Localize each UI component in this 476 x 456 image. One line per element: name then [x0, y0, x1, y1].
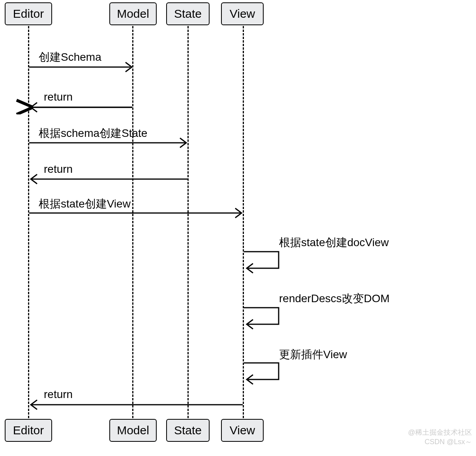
participant-editor-top: Editor: [5, 2, 52, 25]
msg-create-state: 根据schema创建State: [39, 126, 147, 141]
watermark-line2: CSDN @Lsx～: [425, 437, 472, 447]
arrows-svg: [0, 0, 476, 456]
lifeline-editor: [28, 26, 29, 418]
participant-model-bottom: Model: [109, 419, 157, 442]
msg-return-3: return: [44, 388, 73, 401]
msg-create-view: 根据state创建View: [39, 196, 131, 211]
msg-create-schema: 创建Schema: [39, 50, 101, 65]
participant-view-bottom: View: [221, 419, 264, 442]
lifeline-state: [187, 26, 189, 418]
participant-editor-bottom: Editor: [5, 419, 52, 442]
watermark-line1: @稀土掘金技术社区: [408, 428, 472, 437]
msg-update-plugin: 更新插件View: [279, 347, 347, 362]
participant-state-top: State: [166, 2, 210, 25]
msg-return-2: return: [44, 163, 73, 176]
lifeline-model: [132, 26, 133, 418]
msg-create-docview: 根据state创建docView: [279, 235, 389, 250]
participant-view-top: View: [221, 2, 264, 25]
lifeline-view: [243, 26, 244, 418]
participant-model-top: Model: [109, 2, 157, 25]
participant-state-bottom: State: [166, 419, 210, 442]
msg-render-descs: renderDescs改变DOM: [279, 291, 390, 306]
msg-return-1: return: [44, 91, 73, 103]
